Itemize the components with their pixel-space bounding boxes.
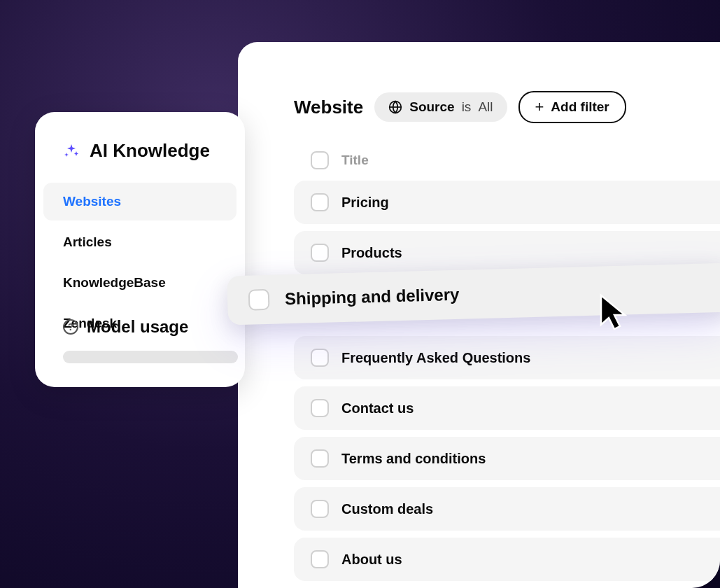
sidebar-item-articles[interactable]: Articles — [43, 223, 237, 261]
row-checkbox[interactable] — [311, 399, 329, 417]
row-checkbox[interactable] — [311, 193, 329, 211]
row-checkbox[interactable] — [311, 500, 329, 518]
model-usage-header: ? Model usage — [63, 317, 217, 337]
sidebar-panel: AI Knowledge Websites Articles Knowledge… — [35, 112, 245, 387]
row-checkbox[interactable] — [311, 550, 329, 568]
sidebar-item-label: Articles — [63, 234, 112, 249]
list-row-terms[interactable]: Terms and conditions — [294, 437, 720, 480]
sidebar-item-label: KnowledgeBase — [63, 275, 166, 290]
row-title: Pricing — [341, 195, 389, 211]
list-row-deals[interactable]: Custom deals — [294, 487, 720, 531]
row-title: Frequently Asked Questions — [341, 350, 530, 366]
list-row-pricing[interactable]: Pricing — [294, 181, 720, 224]
row-title: Contact us — [341, 400, 414, 416]
main-title: Website — [294, 97, 363, 118]
row-checkbox[interactable] — [311, 244, 329, 262]
plus-icon: + — [535, 99, 544, 115]
select-all-checkbox[interactable] — [311, 151, 329, 169]
sidebar-title-row: AI Knowledge — [35, 140, 245, 162]
list-row-about[interactable]: About us — [294, 538, 720, 581]
row-title: Custom deals — [341, 501, 433, 517]
sparkle-icon — [63, 143, 80, 160]
usage-bar — [63, 351, 238, 363]
row-title: Shipping and delivery — [285, 285, 460, 309]
row-title: Products — [341, 245, 402, 261]
model-usage-section: ? Model usage — [35, 289, 245, 387]
question-icon[interactable]: ? — [63, 319, 78, 335]
sidebar-heading: AI Knowledge — [90, 140, 210, 162]
column-header-title: Title — [341, 153, 369, 168]
row-checkbox[interactable] — [311, 449, 329, 468]
row-title: About us — [341, 552, 402, 568]
filter-middle: is — [462, 99, 472, 115]
sidebar-item-websites[interactable]: Websites — [43, 183, 237, 220]
table-header: Title — [294, 151, 720, 181]
list-row-contact[interactable]: Contact us — [294, 386, 720, 430]
row-checkbox[interactable] — [248, 289, 270, 311]
add-filter-label: Add filter — [551, 99, 609, 115]
row-title: Terms and conditions — [341, 451, 486, 467]
cursor-icon — [598, 293, 632, 333]
globe-icon — [388, 100, 402, 114]
list-row-faq[interactable]: Frequently Asked Questions — [294, 336, 720, 379]
filter-label: Source — [409, 99, 454, 115]
row-checkbox[interactable] — [311, 349, 329, 367]
source-filter-chip[interactable]: Source is All — [374, 92, 507, 122]
add-filter-button[interactable]: + Add filter — [518, 91, 626, 123]
filter-value: All — [478, 99, 493, 115]
model-usage-title: Model usage — [87, 317, 188, 337]
main-header: Website Source is All + Add filter — [294, 91, 720, 123]
sidebar-item-label: Websites — [63, 194, 121, 209]
